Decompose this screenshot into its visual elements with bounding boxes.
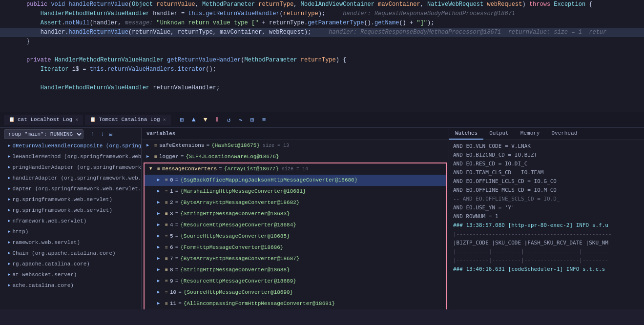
stack-frame-item[interactable]: ▶Chain (org.apache.catalina.core): [0, 248, 141, 259]
toolbar-pause-btn[interactable]: ⏸: [212, 115, 223, 125]
stack-frame-item[interactable]: ▶ramework.web.servlet): [0, 237, 141, 248]
variable-item[interactable]: ▶ ≡ 9 = {ResourceHttpMessageConverter@18…: [144, 276, 447, 287]
var-expand-arrow: ▶: [157, 254, 165, 264]
var-eq: =: [175, 265, 179, 275]
var-value: {FormHttpMessageConverter@18686}: [180, 243, 283, 252]
toolbar-stop-btn[interactable]: ↷: [235, 115, 246, 125]
variable-item[interactable]: ▶ ≡ 5 = {SourceHttpMessageConverter@1868…: [144, 231, 447, 242]
tab-label: Tomcat Catalina Log: [99, 117, 160, 122]
var-value: {SourceHttpMessageConverter@18685}: [180, 232, 290, 241]
stack-frame-item[interactable]: ▶leHandlerMethod (org.springframework.we…: [0, 151, 141, 162]
var-value: {HashSet@18675}: [211, 141, 260, 150]
tab-close-button[interactable]: ✕: [75, 117, 78, 122]
var-icon: ≡: [165, 198, 168, 207]
code-line-1: public void handleReturnValue(Object ret…: [0, 0, 644, 9]
var-icon: ≡: [165, 187, 168, 196]
tab-close-button-2[interactable]: ✕: [163, 117, 166, 122]
toolbar-layout-btn[interactable]: ⊞: [177, 115, 187, 125]
var-expand-arrow: ▶: [157, 243, 165, 252]
variable-item[interactable]: ▶ ≡ 4 = {ResourceHttpMessageConverter@18…: [144, 220, 447, 231]
toolbar-grid-btn[interactable]: ⊞: [247, 115, 258, 125]
var-icon: ≡: [157, 164, 160, 174]
thread-selector[interactable]: roup "main": RUNNING: [4, 129, 83, 139]
variable-item[interactable]: ▶ ≡ logger = {SLF4JLocationAwareLog@1867…: [142, 151, 449, 162]
nav-down-arrow[interactable]: ↓: [98, 131, 107, 138]
variable-item[interactable]: ▶ ≡ 10 = {SourceHttpMessageConverter@186…: [144, 287, 447, 298]
var-name: 10: [170, 288, 176, 297]
stack-frame-item[interactable]: ▶rg.springframework.web.servlet): [0, 194, 141, 205]
tab-memory[interactable]: Memory: [515, 128, 546, 140]
toolbar-up-btn[interactable]: ▲: [188, 115, 199, 125]
bottom-panel: roup "main": RUNNING ↑ ↓ ⊟ ▶dReturnValue…: [0, 128, 644, 309]
variable-item[interactable]: ▶ ≡ safeExtensions = {HashSet@18675} siz…: [142, 140, 449, 151]
code-line-6: [0, 46, 644, 56]
thread-frame: roup "main": RUNNING ↑ ↓ ⊟: [0, 128, 141, 141]
variable-item[interactable]: ▶ ≡ 6 = {FormHttpMessageConverter@18686}: [144, 242, 447, 253]
var-icon: ≡: [165, 265, 168, 275]
var-name: 4: [170, 221, 173, 230]
stack-frame-item[interactable]: ▶ache.catalina.core): [0, 280, 141, 291]
var-eq: =: [175, 209, 179, 219]
var-name: 1: [170, 187, 173, 196]
var-eq: =: [175, 187, 179, 196]
log-line: AND ROWNUM = 1: [453, 212, 640, 221]
log-tabs: Watches Output Memory Overhead: [449, 128, 644, 140]
variable-item[interactable]: ▶ ≡ 11 = {AllEncompassingFormHttpMessage…: [144, 298, 447, 309]
variable-item[interactable]: ▶ ≡ 0 = {SsgBackOfficeMappingJacksonHttp…: [144, 175, 447, 186]
var-name: logger: [159, 152, 179, 162]
var-eq: =: [175, 277, 179, 286]
var-expand-arrow: ▶: [157, 198, 165, 207]
var-icon: ≡: [154, 152, 157, 162]
code-line-8: Iterator i$ = this.returnValueHandlers.i…: [0, 65, 644, 74]
tab-watches[interactable]: Watches: [449, 128, 483, 140]
var-icon: ≡: [165, 277, 168, 286]
variable-item[interactable]: ▶ ≡ 2 = {ByteArrayHttpMessageConverter@1…: [144, 197, 447, 208]
var-name: safeExtensions: [159, 141, 204, 150]
log-line: AND EO.OFFLINE_LCLS_CD = IO.G_CO: [453, 177, 640, 186]
var-value: {StringHttpMessageConverter@18688}: [180, 265, 290, 275]
var-eq: =: [175, 176, 179, 185]
filter-icon[interactable]: ⊟: [109, 131, 112, 138]
code-line-5: }: [0, 37, 644, 46]
log-line: |---------------------------------------…: [453, 230, 640, 239]
tab-output[interactable]: Output: [483, 128, 515, 140]
var-icon: ≡: [165, 288, 168, 297]
code-content: HandlerMethodReturnValueHandler returnVa…: [26, 83, 220, 93]
var-extra: size = 13: [263, 141, 289, 150]
nav-up-arrow[interactable]: ↑: [88, 131, 97, 138]
tab-localhost-log[interactable]: 📋 cat Localhost Log ✕: [4, 115, 83, 125]
tab-overhead[interactable]: Overhead: [545, 128, 583, 140]
tab-label: cat Localhost Log: [18, 117, 72, 122]
var-icon: ≡: [165, 232, 168, 241]
var-icon: ≡: [165, 209, 168, 219]
var-eq: =: [181, 152, 184, 162]
stack-frame-item[interactable]: ▶handlerAdapter (org.springframework.web…: [0, 173, 141, 183]
code-content: }: [26, 37, 30, 46]
variable-item[interactable]: ▶ ≡ 7 = {ByteArrayHttpMessageConverter@1…: [144, 253, 447, 264]
log-line: AND EO.RES_CD = IO.DI_C: [453, 160, 640, 168]
var-value: {AllEncompassingFormHttpMessageConverter…: [184, 299, 335, 308]
variable-item[interactable]: ▶ ≡ 3 = {StringHttpMessageConverter@1868…: [144, 208, 447, 220]
toolbar-down-btn[interactable]: ▼: [200, 115, 211, 125]
stack-frame-item[interactable]: ▶rg.springframework.web.servlet): [0, 205, 141, 216]
stack-frame-item[interactable]: ▶nframework.web.servlet): [0, 216, 141, 226]
stack-frame-item[interactable]: ▶dReturnValueHandlerComposite (org.sprin…: [0, 141, 141, 151]
log-line: -- AND EO.OFFLINE_SCLS_CD = IO.D_: [453, 195, 640, 203]
stack-frame-item[interactable]: ▶pringHandlerAdapter (org.springframewor…: [0, 162, 141, 173]
variable-item[interactable]: ▼ ≡ messageConverters = {ArrayList@18677…: [144, 162, 447, 175]
tab-catalina-log[interactable]: 📋 Tomcat Catalina Log ✕: [85, 115, 170, 125]
stack-frame-item[interactable]: ▶dapter (org.springframework.web.servlet…: [0, 183, 141, 194]
var-eq: =: [175, 221, 179, 230]
variable-item[interactable]: ▶ ≡ 1 = {MarshallingHttpMessageConverter…: [144, 186, 447, 197]
toolbar-menu-btn[interactable]: ≡: [259, 115, 270, 125]
stack-frame-item[interactable]: ▶rg.apache.catalina.core): [0, 259, 141, 269]
stack-frame-item[interactable]: ▶at websocket.server): [0, 269, 141, 280]
stack-frame-item[interactable]: ▶http): [0, 226, 141, 237]
log-line: |----------|---------|-----------------|…: [453, 247, 640, 256]
code-content: public void handleReturnValue(Object ret…: [26, 0, 593, 9]
variable-item[interactable]: ▶ ≡ 8 = {StringHttpMessageConverter@1868…: [144, 264, 447, 276]
code-line-10: HandlerMethodReturnValueHandler returnVa…: [0, 83, 644, 93]
tab-log-icon: 📋: [9, 117, 15, 122]
toolbar-restart-btn[interactable]: ↺: [224, 115, 234, 125]
var-name: 3: [170, 209, 173, 219]
